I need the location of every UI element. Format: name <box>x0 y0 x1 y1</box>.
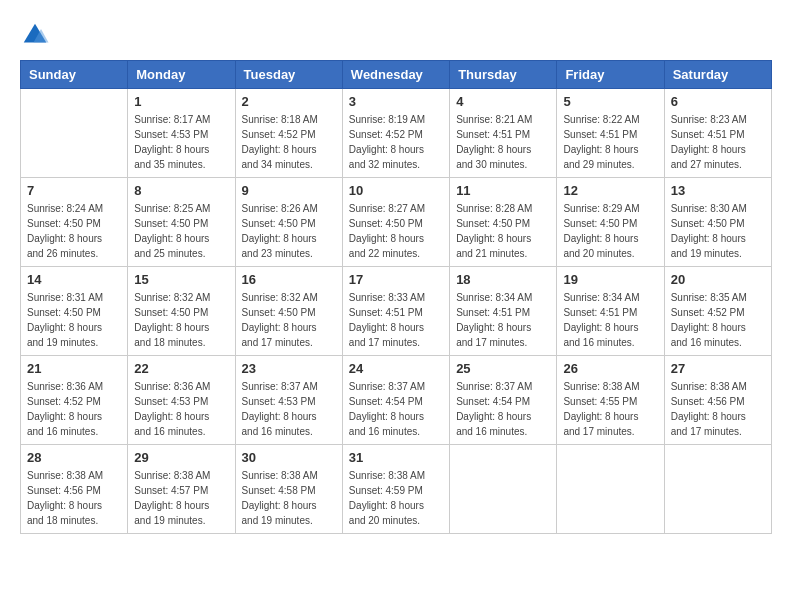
calendar-cell <box>664 445 771 534</box>
calendar-cell: 7Sunrise: 8:24 AMSunset: 4:50 PMDaylight… <box>21 178 128 267</box>
col-header-friday: Friday <box>557 61 664 89</box>
day-info: Sunrise: 8:34 AMSunset: 4:51 PMDaylight:… <box>456 290 550 350</box>
col-header-monday: Monday <box>128 61 235 89</box>
calendar-cell: 11Sunrise: 8:28 AMSunset: 4:50 PMDayligh… <box>450 178 557 267</box>
day-number: 6 <box>671 94 765 109</box>
day-info: Sunrise: 8:37 AMSunset: 4:53 PMDaylight:… <box>242 379 336 439</box>
day-number: 5 <box>563 94 657 109</box>
day-info: Sunrise: 8:31 AMSunset: 4:50 PMDaylight:… <box>27 290 121 350</box>
calendar-cell: 30Sunrise: 8:38 AMSunset: 4:58 PMDayligh… <box>235 445 342 534</box>
day-info: Sunrise: 8:27 AMSunset: 4:50 PMDaylight:… <box>349 201 443 261</box>
calendar-cell <box>450 445 557 534</box>
day-number: 21 <box>27 361 121 376</box>
calendar-cell: 15Sunrise: 8:32 AMSunset: 4:50 PMDayligh… <box>128 267 235 356</box>
day-info: Sunrise: 8:36 AMSunset: 4:52 PMDaylight:… <box>27 379 121 439</box>
day-info: Sunrise: 8:38 AMSunset: 4:56 PMDaylight:… <box>27 468 121 528</box>
calendar-cell: 1Sunrise: 8:17 AMSunset: 4:53 PMDaylight… <box>128 89 235 178</box>
calendar-week-2: 7Sunrise: 8:24 AMSunset: 4:50 PMDaylight… <box>21 178 772 267</box>
calendar-cell: 16Sunrise: 8:32 AMSunset: 4:50 PMDayligh… <box>235 267 342 356</box>
day-info: Sunrise: 8:32 AMSunset: 4:50 PMDaylight:… <box>134 290 228 350</box>
day-number: 16 <box>242 272 336 287</box>
calendar-week-3: 14Sunrise: 8:31 AMSunset: 4:50 PMDayligh… <box>21 267 772 356</box>
calendar-week-5: 28Sunrise: 8:38 AMSunset: 4:56 PMDayligh… <box>21 445 772 534</box>
day-number: 7 <box>27 183 121 198</box>
day-number: 10 <box>349 183 443 198</box>
day-number: 31 <box>349 450 443 465</box>
calendar-cell: 21Sunrise: 8:36 AMSunset: 4:52 PMDayligh… <box>21 356 128 445</box>
day-number: 11 <box>456 183 550 198</box>
day-info: Sunrise: 8:19 AMSunset: 4:52 PMDaylight:… <box>349 112 443 172</box>
day-info: Sunrise: 8:38 AMSunset: 4:55 PMDaylight:… <box>563 379 657 439</box>
calendar-cell: 4Sunrise: 8:21 AMSunset: 4:51 PMDaylight… <box>450 89 557 178</box>
calendar-cell: 14Sunrise: 8:31 AMSunset: 4:50 PMDayligh… <box>21 267 128 356</box>
calendar-cell: 24Sunrise: 8:37 AMSunset: 4:54 PMDayligh… <box>342 356 449 445</box>
calendar-week-1: 1Sunrise: 8:17 AMSunset: 4:53 PMDaylight… <box>21 89 772 178</box>
day-number: 20 <box>671 272 765 287</box>
calendar-cell: 29Sunrise: 8:38 AMSunset: 4:57 PMDayligh… <box>128 445 235 534</box>
calendar-cell: 5Sunrise: 8:22 AMSunset: 4:51 PMDaylight… <box>557 89 664 178</box>
calendar-cell: 10Sunrise: 8:27 AMSunset: 4:50 PMDayligh… <box>342 178 449 267</box>
day-info: Sunrise: 8:17 AMSunset: 4:53 PMDaylight:… <box>134 112 228 172</box>
calendar-cell <box>21 89 128 178</box>
calendar-cell: 26Sunrise: 8:38 AMSunset: 4:55 PMDayligh… <box>557 356 664 445</box>
day-info: Sunrise: 8:33 AMSunset: 4:51 PMDaylight:… <box>349 290 443 350</box>
calendar-header-row: SundayMondayTuesdayWednesdayThursdayFrid… <box>21 61 772 89</box>
day-info: Sunrise: 8:38 AMSunset: 4:58 PMDaylight:… <box>242 468 336 528</box>
day-info: Sunrise: 8:29 AMSunset: 4:50 PMDaylight:… <box>563 201 657 261</box>
day-info: Sunrise: 8:22 AMSunset: 4:51 PMDaylight:… <box>563 112 657 172</box>
col-header-sunday: Sunday <box>21 61 128 89</box>
calendar-cell: 25Sunrise: 8:37 AMSunset: 4:54 PMDayligh… <box>450 356 557 445</box>
day-number: 29 <box>134 450 228 465</box>
calendar-cell: 2Sunrise: 8:18 AMSunset: 4:52 PMDaylight… <box>235 89 342 178</box>
logo-icon <box>20 20 50 50</box>
day-number: 9 <box>242 183 336 198</box>
calendar-cell: 22Sunrise: 8:36 AMSunset: 4:53 PMDayligh… <box>128 356 235 445</box>
calendar-week-4: 21Sunrise: 8:36 AMSunset: 4:52 PMDayligh… <box>21 356 772 445</box>
calendar-cell: 3Sunrise: 8:19 AMSunset: 4:52 PMDaylight… <box>342 89 449 178</box>
day-number: 24 <box>349 361 443 376</box>
day-info: Sunrise: 8:34 AMSunset: 4:51 PMDaylight:… <box>563 290 657 350</box>
day-info: Sunrise: 8:32 AMSunset: 4:50 PMDaylight:… <box>242 290 336 350</box>
day-number: 8 <box>134 183 228 198</box>
day-info: Sunrise: 8:28 AMSunset: 4:50 PMDaylight:… <box>456 201 550 261</box>
calendar-table: SundayMondayTuesdayWednesdayThursdayFrid… <box>20 60 772 534</box>
calendar-cell: 28Sunrise: 8:38 AMSunset: 4:56 PMDayligh… <box>21 445 128 534</box>
calendar-cell: 13Sunrise: 8:30 AMSunset: 4:50 PMDayligh… <box>664 178 771 267</box>
day-info: Sunrise: 8:23 AMSunset: 4:51 PMDaylight:… <box>671 112 765 172</box>
day-info: Sunrise: 8:24 AMSunset: 4:50 PMDaylight:… <box>27 201 121 261</box>
col-header-saturday: Saturday <box>664 61 771 89</box>
calendar-cell: 8Sunrise: 8:25 AMSunset: 4:50 PMDaylight… <box>128 178 235 267</box>
calendar-cell: 27Sunrise: 8:38 AMSunset: 4:56 PMDayligh… <box>664 356 771 445</box>
logo <box>20 20 54 50</box>
calendar-cell: 31Sunrise: 8:38 AMSunset: 4:59 PMDayligh… <box>342 445 449 534</box>
calendar-cell: 17Sunrise: 8:33 AMSunset: 4:51 PMDayligh… <box>342 267 449 356</box>
col-header-wednesday: Wednesday <box>342 61 449 89</box>
calendar-cell: 20Sunrise: 8:35 AMSunset: 4:52 PMDayligh… <box>664 267 771 356</box>
day-info: Sunrise: 8:25 AMSunset: 4:50 PMDaylight:… <box>134 201 228 261</box>
day-number: 1 <box>134 94 228 109</box>
day-number: 2 <box>242 94 336 109</box>
calendar-cell: 18Sunrise: 8:34 AMSunset: 4:51 PMDayligh… <box>450 267 557 356</box>
col-header-tuesday: Tuesday <box>235 61 342 89</box>
day-number: 15 <box>134 272 228 287</box>
day-info: Sunrise: 8:38 AMSunset: 4:59 PMDaylight:… <box>349 468 443 528</box>
day-info: Sunrise: 8:37 AMSunset: 4:54 PMDaylight:… <box>349 379 443 439</box>
day-number: 18 <box>456 272 550 287</box>
day-info: Sunrise: 8:36 AMSunset: 4:53 PMDaylight:… <box>134 379 228 439</box>
col-header-thursday: Thursday <box>450 61 557 89</box>
day-number: 12 <box>563 183 657 198</box>
day-number: 22 <box>134 361 228 376</box>
day-number: 23 <box>242 361 336 376</box>
calendar-cell: 6Sunrise: 8:23 AMSunset: 4:51 PMDaylight… <box>664 89 771 178</box>
calendar-cell: 23Sunrise: 8:37 AMSunset: 4:53 PMDayligh… <box>235 356 342 445</box>
day-info: Sunrise: 8:38 AMSunset: 4:57 PMDaylight:… <box>134 468 228 528</box>
day-info: Sunrise: 8:37 AMSunset: 4:54 PMDaylight:… <box>456 379 550 439</box>
day-number: 13 <box>671 183 765 198</box>
calendar-cell: 19Sunrise: 8:34 AMSunset: 4:51 PMDayligh… <box>557 267 664 356</box>
calendar-cell: 9Sunrise: 8:26 AMSunset: 4:50 PMDaylight… <box>235 178 342 267</box>
day-info: Sunrise: 8:21 AMSunset: 4:51 PMDaylight:… <box>456 112 550 172</box>
day-number: 4 <box>456 94 550 109</box>
day-info: Sunrise: 8:35 AMSunset: 4:52 PMDaylight:… <box>671 290 765 350</box>
day-number: 27 <box>671 361 765 376</box>
day-number: 19 <box>563 272 657 287</box>
